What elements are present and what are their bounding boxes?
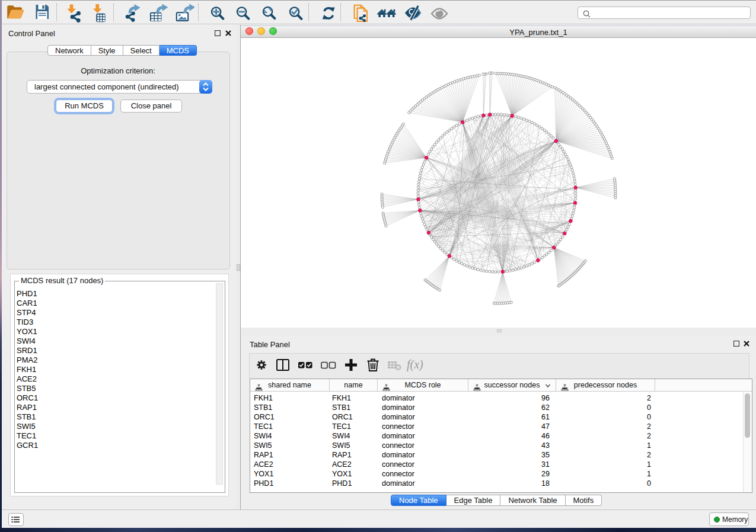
svg-text:f(x): f(x)	[407, 358, 423, 371]
